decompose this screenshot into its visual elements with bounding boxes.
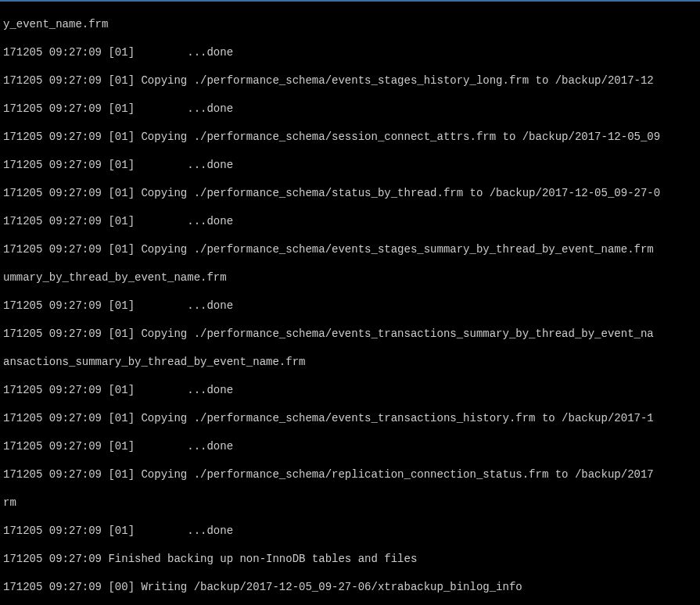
log-line: 171205 09:27:09 Finished backing up non-… xyxy=(3,552,697,566)
log-line: 171205 09:27:09 [00] Writing /backup/201… xyxy=(3,580,697,594)
log-line: 171205 09:27:09 [01] Copying ./performan… xyxy=(3,327,697,341)
log-line: 171205 09:27:09 [01] ...done xyxy=(3,383,697,397)
log-line: 171205 09:27:09 [01] ...done xyxy=(3,214,697,228)
log-line: 171205 09:27:09 [01] Copying ./performan… xyxy=(3,411,697,425)
log-line: 171205 09:27:09 [01] Copying ./performan… xyxy=(3,186,697,200)
log-line: 171205 09:27:09 [01] ...done xyxy=(3,299,697,313)
terminal-output[interactable]: y_event_name.frm 171205 09:27:09 [01] ..… xyxy=(0,2,700,605)
log-line: 171205 09:27:09 [01] ...done xyxy=(3,158,697,172)
log-line: rm xyxy=(3,496,697,510)
log-line: 171205 09:27:09 [01] Copying ./performan… xyxy=(3,242,697,256)
log-line: 171205 09:27:09 [01] ...done xyxy=(3,439,697,453)
log-line: ummary_by_thread_by_event_name.frm xyxy=(3,270,697,285)
log-line: y_event_name.frm xyxy=(3,17,697,31)
log-line: 171205 09:27:09 [01] ...done xyxy=(3,45,697,59)
log-line: 171205 09:27:09 [01] Copying ./performan… xyxy=(3,467,697,481)
log-line: 171205 09:27:09 [01] ...done xyxy=(3,102,697,116)
log-line: 171205 09:27:09 [01] Copying ./performan… xyxy=(3,73,697,88)
log-line: 171205 09:27:09 [01] ...done xyxy=(3,524,697,538)
log-line: ansactions_summary_by_thread_by_event_na… xyxy=(3,355,697,369)
log-line: 171205 09:27:09 [01] Copying ./performan… xyxy=(3,130,697,144)
